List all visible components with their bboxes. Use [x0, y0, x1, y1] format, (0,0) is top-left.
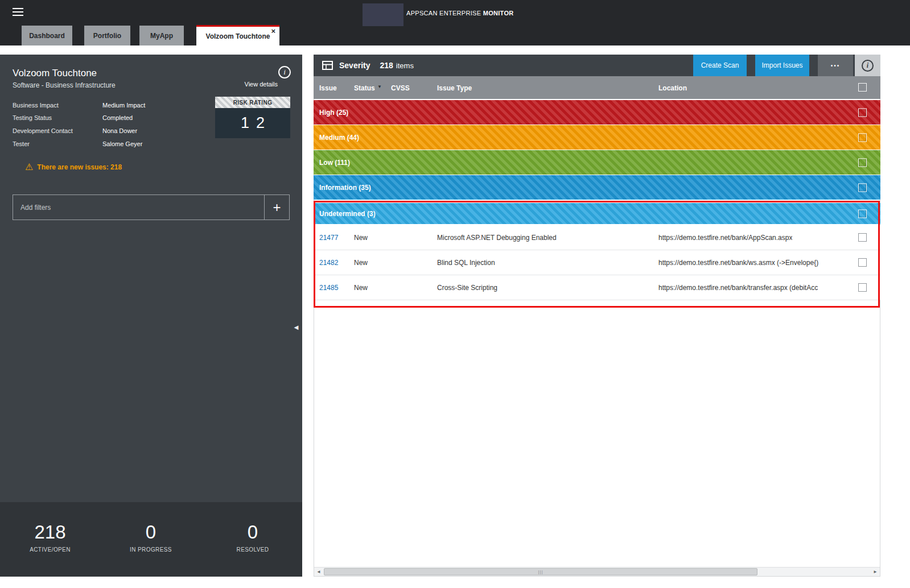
- group-checkbox[interactable]: [858, 183, 867, 192]
- issue-location: https://demo.testfire.net/bank/AppScan.a…: [658, 234, 792, 242]
- issue-type: Cross-Site Scripting: [437, 284, 497, 292]
- issue-row[interactable]: 21482 New Blind SQL Injection https://de…: [314, 250, 880, 275]
- select-all-checkbox[interactable]: [858, 83, 867, 92]
- issue-id-link[interactable]: 21482: [319, 259, 338, 267]
- column-issue[interactable]: Issue: [319, 84, 337, 92]
- stat-active-open: 218 ACTIVE/OPEN: [30, 523, 71, 553]
- add-filters-input[interactable]: [13, 195, 264, 220]
- group-label: Undetermined (3): [319, 210, 376, 218]
- tab-volzoom-touchtone[interactable]: Volzoom Touchtone ×: [196, 25, 279, 45]
- app-title: APPSCAN ENTERPRISE MONITOR: [406, 10, 514, 16]
- items-count-suffix: items: [396, 61, 414, 70]
- app-logo: [363, 3, 403, 26]
- application-panel: Volzoom Touchtone Software - Business In…: [0, 55, 302, 577]
- stat-label: ACTIVE/OPEN: [30, 546, 71, 553]
- field-label: Business Impact: [13, 102, 59, 109]
- issue-id-link[interactable]: 21485: [319, 284, 338, 292]
- field-value: Medium Impact: [102, 102, 145, 109]
- issue-type: Microsoft ASP.NET Debugging Enabled: [437, 234, 557, 242]
- tab-dashboard[interactable]: Dashboard: [22, 26, 72, 45]
- severity-group-low[interactable]: Low (111): [314, 150, 880, 175]
- tab-myapp[interactable]: MyApp: [139, 26, 184, 45]
- grouping-title: Severity: [339, 61, 370, 70]
- group-label: Information (35): [319, 184, 371, 192]
- severity-group-high[interactable]: High (25): [314, 100, 880, 125]
- stat-value: 218: [30, 523, 71, 541]
- tab-label: Volzoom Touchtone: [206, 32, 270, 40]
- view-details-link[interactable]: View details: [245, 81, 278, 88]
- field-label: Testing Status: [13, 114, 52, 121]
- application-subtitle: Software - Business Infrastructure: [13, 81, 116, 89]
- alert-text: There are new issues: 218: [37, 163, 122, 171]
- app-title-prefix: APPSCAN ENTERPRISE: [406, 10, 481, 16]
- issue-location: https://demo.testfire.net/bank/ws.asmx (…: [658, 259, 818, 267]
- field-label: Development Contact: [13, 127, 73, 134]
- field-value: Salome Geyer: [102, 140, 142, 147]
- application-title: Volzoom Touchtone: [13, 68, 97, 79]
- severity-group-undetermined[interactable]: Undetermined (3): [314, 203, 880, 224]
- hamburger-menu-icon[interactable]: [13, 8, 23, 18]
- warning-icon: ⚠: [25, 163, 33, 172]
- scroll-right-arrow-icon[interactable]: ►: [871, 568, 880, 576]
- issue-location: https://demo.testfire.net/bank/transfer.…: [658, 284, 818, 292]
- items-count: 218: [380, 61, 393, 70]
- issues-panel: Severity 218 items Create Scan Import Is…: [314, 55, 880, 577]
- issues-header-bar: Severity 218 items Create Scan Import Is…: [314, 55, 880, 76]
- issue-stats-bar: 218 ACTIVE/OPEN 0 IN PROGRESS 0 RESOLVED: [0, 502, 302, 577]
- info-icon: i: [862, 60, 874, 72]
- scrollbar-thumb[interactable]: |||: [324, 568, 757, 575]
- import-issues-button[interactable]: Import Issues: [755, 55, 809, 76]
- issue-status: New: [354, 234, 368, 242]
- stat-value: 0: [130, 523, 172, 541]
- panel-info-button[interactable]: i: [855, 55, 880, 76]
- new-issues-alert: ⚠ There are new issues: 218: [25, 163, 122, 172]
- stat-in-progress: 0 IN PROGRESS: [130, 523, 172, 553]
- issue-row[interactable]: 21485 New Cross-Site Scripting https://d…: [314, 275, 880, 300]
- group-label: Low (111): [319, 159, 350, 167]
- stat-label: IN PROGRESS: [130, 546, 172, 553]
- row-checkbox[interactable]: [858, 258, 867, 267]
- stat-value: 0: [237, 523, 269, 541]
- risk-rating-value: 12: [215, 108, 290, 138]
- horizontal-scrollbar[interactable]: ◄ ||| ►: [314, 567, 880, 576]
- issue-row[interactable]: 21477 New Microsoft ASP.NET Debugging En…: [314, 225, 880, 250]
- column-cvss[interactable]: CVSS: [391, 84, 410, 92]
- group-checkbox[interactable]: [858, 158, 867, 167]
- tab-portfolio[interactable]: Portfolio: [84, 26, 130, 45]
- info-icon[interactable]: i: [278, 66, 291, 78]
- group-label: High (25): [319, 109, 348, 117]
- table-icon: [322, 61, 333, 70]
- table-column-header: Issue Status ▼ CVSS Issue Type Location: [314, 76, 880, 99]
- top-bar: APPSCAN ENTERPRISE MONITOR Dashboard Por…: [0, 0, 910, 45]
- issue-status: New: [354, 259, 368, 267]
- stat-resolved: 0 RESOLVED: [237, 523, 269, 553]
- issue-type: Blind SQL Injection: [437, 259, 495, 267]
- row-checkbox[interactable]: [858, 283, 867, 292]
- severity-group-medium[interactable]: Medium (44): [314, 125, 880, 150]
- filter-bar: +: [13, 194, 290, 220]
- column-issue-type[interactable]: Issue Type: [437, 84, 472, 92]
- group-checkbox[interactable]: [858, 108, 867, 117]
- field-value: Nona Dower: [102, 127, 137, 134]
- close-icon[interactable]: ×: [271, 27, 275, 35]
- issue-id-link[interactable]: 21477: [319, 234, 338, 242]
- group-checkbox[interactable]: [858, 133, 867, 142]
- create-scan-button[interactable]: Create Scan: [693, 55, 747, 76]
- field-label: Tester: [13, 140, 30, 147]
- severity-group-information[interactable]: Information (35): [314, 175, 880, 200]
- field-value: Completed: [102, 114, 133, 121]
- sort-descending-icon[interactable]: ▼: [377, 84, 382, 89]
- app-title-product: MONITOR: [483, 10, 514, 16]
- group-checkbox[interactable]: [858, 209, 867, 218]
- row-checkbox[interactable]: [858, 233, 867, 242]
- more-actions-button[interactable]: •••: [818, 55, 853, 76]
- add-filter-button[interactable]: +: [264, 195, 289, 220]
- column-location[interactable]: Location: [658, 84, 687, 92]
- scroll-left-arrow-icon[interactable]: ◄: [314, 568, 323, 576]
- risk-rating-label: RISK RATING: [215, 97, 290, 108]
- field-tester: Tester Salome Geyer: [0, 140, 302, 148]
- stat-label: RESOLVED: [237, 546, 269, 553]
- collapse-panel-icon[interactable]: ◄: [293, 323, 300, 332]
- risk-rating-widget: RISK RATING 12: [215, 97, 290, 138]
- column-status[interactable]: Status: [354, 84, 375, 92]
